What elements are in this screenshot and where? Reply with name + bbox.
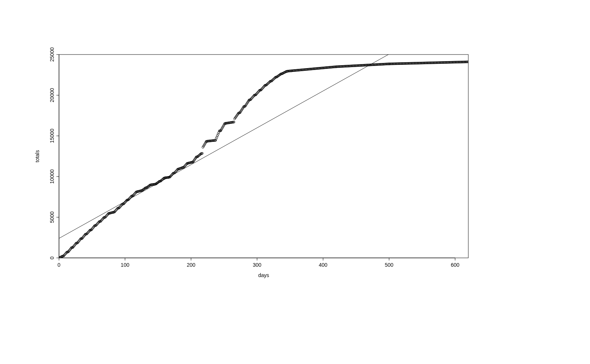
data-point [198, 154, 200, 157]
y-tick-label: 10000 [49, 169, 55, 184]
y-tick-label: 20000 [49, 88, 55, 102]
plot-box [59, 55, 468, 258]
x-tick-label: 600 [451, 262, 460, 268]
x-tick-label: 100 [121, 262, 129, 268]
y-tick-label: 0 [49, 256, 55, 259]
y-axis-label: totals [34, 150, 40, 162]
x-tick-label: 400 [319, 262, 327, 268]
x-tick-label: 200 [187, 262, 195, 268]
y-tick-label: 25000 [49, 47, 55, 62]
fit-line [26, 0, 501, 257]
x-tick-label: 500 [385, 262, 393, 268]
chart-svg: 0100200300400500600050001000015000200002… [0, 0, 590, 364]
x-tick-label: 300 [253, 262, 261, 268]
data-point [198, 154, 201, 156]
y-tick-label: 15000 [49, 129, 55, 143]
y-tick-label: 5000 [49, 211, 55, 223]
x-tick-label: 0 [58, 262, 60, 268]
chart-container: 0100200300400500600050001000015000200002… [0, 0, 590, 364]
x-axis-label: days [258, 272, 269, 278]
